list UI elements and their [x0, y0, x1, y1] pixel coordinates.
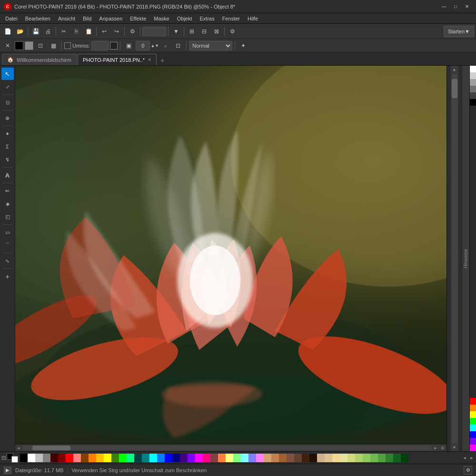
color-swatch-18[interactable] [157, 454, 165, 462]
outline-box[interactable] [64, 42, 71, 49]
opacity-input[interactable] [136, 41, 150, 50]
color-swatch-26[interactable] [218, 454, 226, 462]
tool-transform[interactable]: ⤢ [1, 80, 14, 93]
color-swatch-0[interactable] [20, 454, 28, 462]
color-swatch-31[interactable] [256, 454, 264, 462]
fit-page-button[interactable]: ⊞ [186, 26, 198, 37]
h-scrollbar-track[interactable] [23, 446, 431, 450]
color-swatch-40[interactable] [325, 454, 332, 462]
color-swatch-33[interactable] [271, 454, 279, 462]
v-scrollbar-thumb[interactable] [452, 79, 457, 98]
tool-lasso[interactable]: ⌒ [1, 239, 14, 251]
menu-datei[interactable]: Datei [2, 15, 21, 22]
tab-photo-paint[interactable]: PHOTO-PAINT 2018.PN..* ✕ [78, 54, 157, 65]
scroll-left-button[interactable]: ◄ [15, 445, 22, 451]
tool-heal[interactable]: Σ [1, 140, 14, 153]
color-right-red[interactable] [470, 398, 476, 405]
tool-add[interactable]: + [1, 270, 14, 283]
open-file-button[interactable]: 📂 [14, 26, 26, 37]
print-button[interactable]: 🖨 [42, 26, 54, 37]
paste-button[interactable]: 📋 [83, 26, 94, 37]
maximize-button[interactable]: □ [450, 2, 461, 11]
menu-bearbeiten[interactable]: Bearbeiten [22, 15, 54, 22]
color-swatch-44[interactable] [355, 454, 363, 462]
h-scrollbar-thumb[interactable] [32, 446, 70, 450]
outline-color-box[interactable] [110, 42, 118, 50]
color-swatch-49[interactable] [393, 454, 401, 462]
color-swatch-2[interactable] [35, 454, 43, 462]
color-right-white[interactable] [470, 66, 476, 72]
settings-button[interactable]: ⚙ [127, 26, 138, 37]
tool-zoom[interactable]: ⊕ [1, 112, 14, 124]
100pct-button[interactable]: ⊠ [211, 26, 222, 37]
redo-button[interactable]: ↪ [111, 26, 122, 37]
color-swatch-9[interactable] [89, 454, 96, 462]
background-color[interactable] [25, 41, 33, 50]
menu-objekt[interactable]: Objekt [174, 15, 196, 22]
color-swatch-19[interactable] [165, 454, 172, 462]
object-btn[interactable]: ⊡ [172, 40, 184, 51]
color-right-yellow[interactable] [470, 411, 476, 418]
color-swatch-14[interactable] [127, 454, 134, 462]
close-button[interactable]: ✕ [462, 2, 472, 11]
color-right-cyan[interactable] [470, 425, 476, 431]
color-swatch-24[interactable] [203, 454, 210, 462]
color-swatch-38[interactable] [309, 454, 317, 462]
color-swatch-13[interactable] [119, 454, 127, 462]
color-right-orange[interactable] [470, 405, 476, 411]
tool-clone[interactable]: ↯ [1, 153, 14, 166]
color-swatch-12[interactable] [111, 454, 119, 462]
menu-extras[interactable]: Extras [197, 15, 218, 22]
color-swatch-45[interactable] [363, 454, 370, 462]
v-scrollbar-track[interactable] [452, 74, 457, 443]
new-file-button[interactable]: 📄 [2, 26, 13, 37]
merge-btn[interactable]: ⬦ [159, 40, 171, 51]
color-swatch-16[interactable] [142, 454, 149, 462]
color-swatch-6[interactable] [66, 454, 73, 462]
color-swatch-39[interactable] [317, 454, 325, 462]
color-right-blue[interactable] [470, 431, 476, 438]
tab-welcome[interactable]: 🏠 Willkommensbildschirm [2, 54, 77, 65]
undo-button[interactable]: ↩ [99, 26, 110, 37]
scroll-up-button[interactable]: ▲ [451, 66, 458, 73]
cut-button[interactable]: ✂ [58, 26, 69, 37]
color-swatch-20[interactable] [172, 454, 180, 462]
tool-smear[interactable]: ∿ [1, 255, 14, 267]
color-swatch-30[interactable] [248, 454, 256, 462]
color-swatch-34[interactable] [279, 454, 287, 462]
color-right-darkgray[interactable] [470, 86, 476, 92]
bg-color-swatch[interactable] [11, 456, 18, 463]
color-swatch-25[interactable] [210, 454, 218, 462]
fill-options[interactable]: ⊡ [35, 40, 46, 51]
color-swatch-5[interactable] [58, 454, 66, 462]
mask-toggle[interactable]: ✕ [2, 40, 13, 51]
color-right-lightgray[interactable] [470, 72, 476, 79]
tool-rect[interactable]: ▭ [1, 226, 14, 238]
menu-fenster[interactable]: Fenster [219, 15, 243, 22]
color-swatch-15[interactable] [134, 454, 142, 462]
menu-bild[interactable]: Bild [79, 15, 95, 22]
gear-button[interactable]: ⚙ [227, 26, 238, 37]
color-swatch-48[interactable] [386, 454, 393, 462]
save-button[interactable]: 💾 [30, 26, 41, 37]
tool-crop[interactable]: ⊡ [1, 96, 14, 109]
scroll-right-button[interactable]: ► [432, 445, 439, 451]
menu-effekte[interactable]: Effekte [127, 15, 149, 22]
color-swatch-28[interactable] [233, 454, 241, 462]
menu-maske[interactable]: Maske [150, 15, 172, 22]
color-swatch-36[interactable] [294, 454, 302, 462]
color-right-green[interactable] [470, 418, 476, 425]
tool-effect[interactable]: ◈ [1, 198, 14, 210]
color-swatch-8[interactable] [81, 454, 89, 462]
minimize-button[interactable]: — [439, 2, 449, 11]
hints-panel[interactable]: Hinweise [462, 66, 469, 451]
color-swatch-47[interactable] [378, 454, 386, 462]
tool-fill[interactable]: ◰ [1, 210, 14, 223]
color-swatch-50[interactable] [401, 454, 408, 462]
fit-width-button[interactable]: ⊟ [198, 26, 210, 37]
tab-add-button[interactable]: + [158, 56, 167, 65]
opacity-spinner[interactable]: ▲▼ [151, 40, 158, 51]
menu-anpassen[interactable]: Anpassen [96, 15, 126, 22]
foreground-color[interactable] [15, 41, 23, 50]
color-swatch-41[interactable] [332, 454, 340, 462]
